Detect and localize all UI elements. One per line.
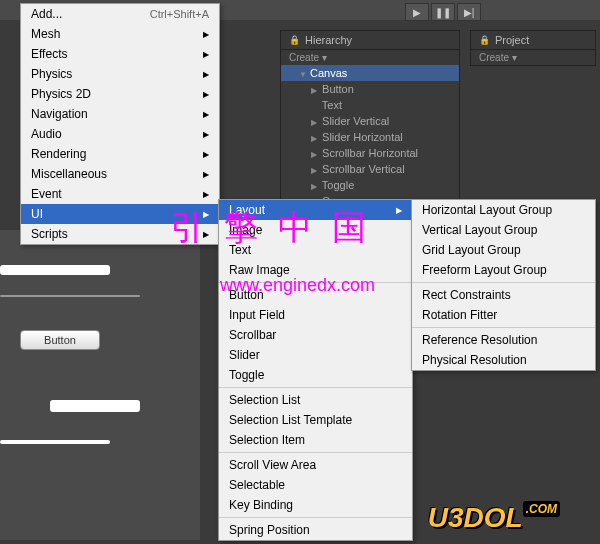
menu-item[interactable]: Freeform Layout Group xyxy=(412,260,595,280)
menu-item[interactable]: Reference Resolution xyxy=(412,330,595,350)
element-preview xyxy=(0,440,110,444)
menu-item[interactable]: Audio▶ xyxy=(21,124,219,144)
menu-item[interactable]: Spring Position xyxy=(219,520,412,540)
menu-item[interactable]: UI▶ xyxy=(21,204,219,224)
menu-item[interactable]: Vertical Layout Group xyxy=(412,220,595,240)
hierarchy-item[interactable]: ▶ Toggle xyxy=(281,177,459,193)
menu-item[interactable]: Navigation▶ xyxy=(21,104,219,124)
menu-item[interactable]: Selection Item xyxy=(219,430,412,450)
scrollbar-preview xyxy=(0,295,140,297)
menu-item[interactable]: Physics▶ xyxy=(21,64,219,84)
menu-item[interactable]: Layout▶ xyxy=(219,200,412,220)
playback-controls: ▶ ❚❚ ▶| xyxy=(405,3,481,21)
slider-preview xyxy=(0,265,110,275)
menu-item[interactable]: Input Field xyxy=(219,305,412,325)
next-button[interactable]: ▶| xyxy=(457,3,481,21)
hierarchy-create-button[interactable]: Create ▾ xyxy=(281,49,459,65)
hierarchy-item[interactable]: Text xyxy=(281,97,459,113)
menu-item[interactable]: Mesh▶ xyxy=(21,24,219,44)
menu-item[interactable]: Toggle xyxy=(219,365,412,385)
hierarchy-panel: 🔒Hierarchy Create ▾ ▼ Canvas▶ Button Tex… xyxy=(280,30,460,210)
element-preview xyxy=(50,400,140,412)
menu-item[interactable]: Slider xyxy=(219,345,412,365)
hierarchy-item[interactable]: ▶ Button xyxy=(281,81,459,97)
menu-item[interactable]: Button xyxy=(219,285,412,305)
menu-item[interactable]: Text xyxy=(219,240,412,260)
component-menu: Add...Ctrl+Shift+AMesh▶Effects▶Physics▶P… xyxy=(20,3,220,245)
hierarchy-header: 🔒Hierarchy xyxy=(281,31,459,49)
hierarchy-item[interactable]: ▶ Scrollbar Horizontal xyxy=(281,145,459,161)
menu-item[interactable]: Scripts▶ xyxy=(21,224,219,244)
menu-item[interactable]: Miscellaneous▶ xyxy=(21,164,219,184)
project-panel: 🔒Project Create ▾ xyxy=(470,30,596,66)
hierarchy-item[interactable]: ▶ Scrollbar Vertical xyxy=(281,161,459,177)
layout-submenu: Horizontal Layout GroupVertical Layout G… xyxy=(411,199,596,371)
scene-view xyxy=(0,230,200,540)
menu-item[interactable]: Grid Layout Group xyxy=(412,240,595,260)
ui-submenu: Layout▶ImageTextRaw ImageButtonInput Fie… xyxy=(218,199,413,541)
menu-item[interactable]: Rotation Fitter xyxy=(412,305,595,325)
menu-item[interactable]: Rect Constraints xyxy=(412,285,595,305)
hierarchy-item[interactable]: ▶ Slider Vertical xyxy=(281,113,459,129)
project-header: 🔒Project xyxy=(471,31,595,49)
menu-item[interactable]: Key Binding xyxy=(219,495,412,515)
pause-button[interactable]: ❚❚ xyxy=(431,3,455,21)
hierarchy-item[interactable]: ▼ Canvas xyxy=(281,65,459,81)
play-button[interactable]: ▶ xyxy=(405,3,429,21)
menu-item[interactable]: Raw Image xyxy=(219,260,412,280)
menu-item[interactable]: Event▶ xyxy=(21,184,219,204)
menu-item[interactable]: Selection List xyxy=(219,390,412,410)
menu-item[interactable]: Rendering▶ xyxy=(21,144,219,164)
project-create-button[interactable]: Create ▾ xyxy=(471,49,595,65)
menu-item[interactable]: Scroll View Area xyxy=(219,455,412,475)
lock-icon: 🔒 xyxy=(479,35,490,45)
menu-item[interactable]: Effects▶ xyxy=(21,44,219,64)
logo: U3DOL.COM xyxy=(428,502,560,534)
menu-item[interactable]: Physics 2D▶ xyxy=(21,84,219,104)
menu-item[interactable]: Physical Resolution xyxy=(412,350,595,370)
lock-icon: 🔒 xyxy=(289,35,300,45)
menu-item[interactable]: Image xyxy=(219,220,412,240)
menu-item[interactable]: Add...Ctrl+Shift+A xyxy=(21,4,219,24)
menu-item[interactable]: Horizontal Layout Group xyxy=(412,200,595,220)
menu-item[interactable]: Selectable xyxy=(219,475,412,495)
button-preview: Button xyxy=(20,330,100,350)
hierarchy-item[interactable]: ▶ Slider Horizontal xyxy=(281,129,459,145)
menu-item[interactable]: Scrollbar xyxy=(219,325,412,345)
menu-item[interactable]: Selection List Template xyxy=(219,410,412,430)
